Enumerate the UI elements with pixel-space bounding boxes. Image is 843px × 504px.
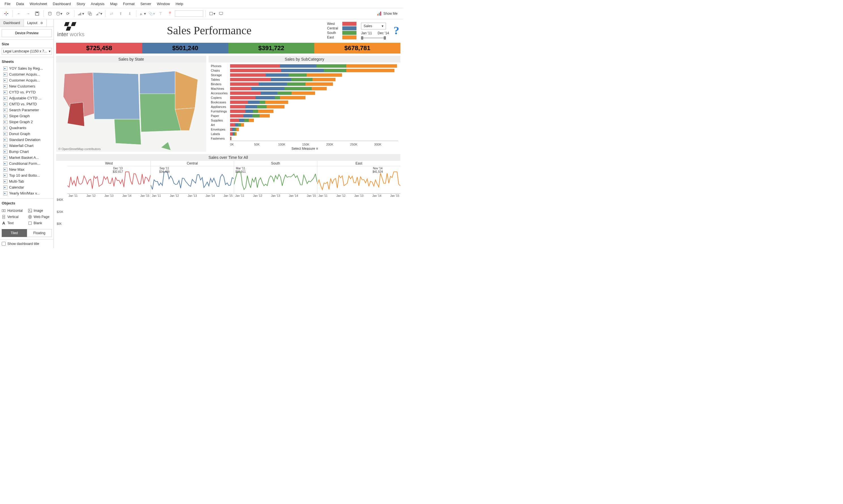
bar-row[interactable]: Tables: [211, 77, 398, 82]
menu-format[interactable]: Format: [120, 1, 137, 7]
legend-item[interactable]: East: [327, 35, 356, 39]
svg-rect-9: [80, 14, 80, 15]
sheet-item[interactable]: Top 10 and Botto...: [2, 173, 52, 178]
sheet-item[interactable]: Customer Acquis...: [2, 77, 52, 83]
swap-icon[interactable]: ⇄: [108, 10, 116, 18]
sheet-item[interactable]: CYTD vs. PYTD: [2, 89, 52, 95]
sheet-item[interactable]: Quadrants: [2, 125, 52, 131]
presentation-icon[interactable]: [217, 10, 225, 18]
new-worksheet-icon[interactable]: ▾: [77, 10, 85, 18]
bar-row[interactable]: Binders: [211, 82, 398, 86]
sheet-item[interactable]: YOY Sales by Reg...: [2, 66, 52, 71]
pin-icon[interactable]: 📍: [166, 10, 174, 18]
legend-item[interactable]: Central: [327, 26, 356, 30]
time-panel-east[interactable]: EastNov '14$41,524Jan '11Jan '12Jan '13J…: [317, 161, 400, 198]
duplicate-sheet-icon[interactable]: [86, 10, 94, 18]
bar-row[interactable]: Appliances: [211, 105, 398, 109]
legend-item[interactable]: South: [327, 31, 356, 35]
size-dropdown[interactable]: Legal Landscape (1150 x 7...▾: [2, 48, 52, 55]
sheet-item[interactable]: Conditional Form...: [2, 161, 52, 166]
search-input[interactable]: [175, 11, 203, 17]
menu-data[interactable]: Data: [13, 1, 27, 7]
menu-map[interactable]: Map: [107, 1, 120, 7]
show-me-button[interactable]: Show Me: [374, 10, 400, 17]
bar-row[interactable]: Supplies: [211, 118, 398, 123]
show-title-checkbox[interactable]: [2, 242, 6, 246]
legend-item[interactable]: West: [327, 22, 356, 26]
device-preview-button[interactable]: Device Preview: [2, 29, 52, 37]
measure-select[interactable]: Sales▾: [361, 23, 386, 30]
bar-row[interactable]: Bookcases: [211, 100, 398, 105]
refresh-icon[interactable]: ⟳: [64, 10, 72, 18]
date-slider[interactable]: [361, 37, 386, 38]
floating-button[interactable]: Floating: [27, 229, 52, 237]
sheet-item[interactable]: Slope Graph 2: [2, 119, 52, 125]
sheet-item[interactable]: Yearly Min/Max v...: [2, 190, 52, 196]
menu-server[interactable]: Server: [137, 1, 154, 7]
bar-row[interactable]: Copiers: [211, 95, 398, 100]
pause-updates-icon[interactable]: ▾: [55, 10, 63, 18]
bar-row[interactable]: Accessories: [211, 91, 398, 95]
menu-story[interactable]: Story: [74, 1, 88, 7]
menu-window[interactable]: Window: [154, 1, 173, 7]
redo-icon[interactable]: →: [24, 10, 32, 18]
sort-asc-icon[interactable]: ⬆: [117, 10, 125, 18]
new-datasource-icon[interactable]: [46, 10, 54, 18]
bar-row[interactable]: Envelopes: [211, 127, 398, 132]
sheet-item[interactable]: Waterfall Chart: [2, 143, 52, 149]
group-icon[interactable]: 📎▾: [147, 10, 156, 18]
sheet-item[interactable]: Multi-Tab: [2, 178, 52, 184]
object-image[interactable]: Image: [28, 208, 52, 213]
fit-dropdown-icon[interactable]: ▾: [208, 10, 216, 18]
time-panel-south[interactable]: SouthMar '11$32,911Jan '11Jan '12Jan '13…: [234, 161, 317, 198]
object-layout-h[interactable]: Horizontal: [2, 208, 26, 213]
menu-analysis[interactable]: Analysis: [88, 1, 107, 7]
time-panel-west[interactable]: WestDec '13$32,617Jan '11Jan '12Jan '13J…: [67, 161, 151, 198]
show-labels-icon[interactable]: T: [157, 10, 165, 18]
bar-row[interactable]: Paper: [211, 113, 398, 118]
sheet-item[interactable]: New Customers: [2, 83, 52, 89]
bar-row[interactable]: Fasteners: [211, 136, 398, 141]
highlight-icon[interactable]: ▾: [139, 10, 146, 18]
sheet-item[interactable]: Donut Graph: [2, 131, 52, 137]
sheet-item[interactable]: Slope Graph: [2, 113, 52, 119]
object-layout-v[interactable]: Vertical: [2, 214, 26, 219]
sort-desc-icon[interactable]: ⬇: [126, 10, 134, 18]
sales-over-time[interactable]: $40K $20K $0K WestDec '13$32,617Jan '11J…: [67, 161, 400, 198]
menu-worksheet[interactable]: Worksheet: [27, 1, 50, 7]
tiled-button[interactable]: Tiled: [2, 229, 27, 237]
sales-map[interactable]: © OpenStreetMap contributors: [56, 62, 206, 152]
undo-icon[interactable]: ←: [15, 10, 23, 18]
object-web[interactable]: Web Page: [28, 214, 52, 219]
clear-sheet-icon[interactable]: ▾: [95, 10, 103, 18]
sheet-item[interactable]: Customer Acquis...: [2, 71, 52, 77]
menu-file[interactable]: File: [2, 1, 13, 7]
bar-row[interactable]: Labels: [211, 132, 398, 136]
sheet-item[interactable]: Adjustable CYTD ...: [2, 95, 52, 101]
subcategory-bars[interactable]: PhonesChairsStorageTablesBindersMachines…: [209, 62, 400, 147]
sheet-item[interactable]: New Max: [2, 166, 52, 173]
help-icon[interactable]: ?: [393, 24, 399, 37]
object-blank[interactable]: Blank: [28, 220, 52, 226]
time-panel-central[interactable]: CentralSep '11$34,409Jan '11Jan '12Jan '…: [151, 161, 234, 198]
save-icon[interactable]: [33, 10, 41, 18]
sheet-item[interactable]: CMTD vs. PMTD: [2, 101, 52, 107]
tableau-logo-icon[interactable]: [2, 10, 10, 18]
sheet-item[interactable]: Calendar: [2, 184, 52, 190]
bar-row[interactable]: Machines: [211, 86, 398, 91]
bar-row[interactable]: Storage: [211, 73, 398, 77]
bar-row[interactable]: Chairs: [211, 68, 398, 73]
tab-dashboard[interactable]: Dashboard: [0, 19, 24, 26]
object-text[interactable]: AText: [2, 220, 26, 226]
menu-help[interactable]: Help: [173, 1, 186, 7]
size-header: Size: [2, 42, 52, 46]
bar-row[interactable]: Phones: [211, 64, 398, 68]
sheet-item[interactable]: Standard Deviation: [2, 137, 52, 143]
tab-layout[interactable]: Layout ≎: [24, 19, 47, 26]
bar-row[interactable]: Furnishings: [211, 109, 398, 113]
menu-dashboard[interactable]: Dashboard: [50, 1, 74, 7]
sheet-item[interactable]: Market Basket A...: [2, 155, 52, 161]
sheet-item[interactable]: Search Parameter: [2, 107, 52, 113]
bar-row[interactable]: Art: [211, 123, 398, 127]
sheet-item[interactable]: Bump Chart: [2, 149, 52, 155]
